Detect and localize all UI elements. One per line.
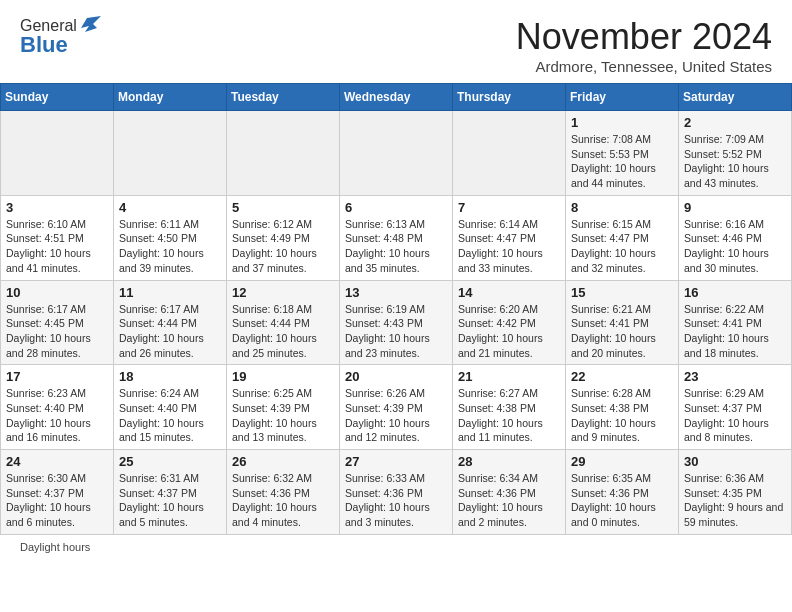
calendar-week-1: 1Sunrise: 7:08 AM Sunset: 5:53 PM Daylig… bbox=[1, 111, 792, 196]
day-number: 24 bbox=[6, 454, 108, 469]
day-info: Sunrise: 6:23 AM Sunset: 4:40 PM Dayligh… bbox=[6, 386, 108, 445]
day-info: Sunrise: 6:32 AM Sunset: 4:36 PM Dayligh… bbox=[232, 471, 334, 530]
calendar-week-4: 17Sunrise: 6:23 AM Sunset: 4:40 PM Dayli… bbox=[1, 365, 792, 450]
day-number: 9 bbox=[684, 200, 786, 215]
calendar-cell bbox=[114, 111, 227, 196]
day-number: 26 bbox=[232, 454, 334, 469]
day-number: 4 bbox=[119, 200, 221, 215]
logo: General Blue bbox=[20, 16, 101, 58]
calendar-cell: 10Sunrise: 6:17 AM Sunset: 4:45 PM Dayli… bbox=[1, 280, 114, 365]
day-info: Sunrise: 6:29 AM Sunset: 4:37 PM Dayligh… bbox=[684, 386, 786, 445]
day-info: Sunrise: 6:11 AM Sunset: 4:50 PM Dayligh… bbox=[119, 217, 221, 276]
calendar-cell: 4Sunrise: 6:11 AM Sunset: 4:50 PM Daylig… bbox=[114, 195, 227, 280]
day-number: 19 bbox=[232, 369, 334, 384]
calendar-week-2: 3Sunrise: 6:10 AM Sunset: 4:51 PM Daylig… bbox=[1, 195, 792, 280]
day-info: Sunrise: 6:25 AM Sunset: 4:39 PM Dayligh… bbox=[232, 386, 334, 445]
day-info: Sunrise: 6:12 AM Sunset: 4:49 PM Dayligh… bbox=[232, 217, 334, 276]
calendar-cell: 27Sunrise: 6:33 AM Sunset: 4:36 PM Dayli… bbox=[340, 450, 453, 535]
day-number: 17 bbox=[6, 369, 108, 384]
calendar-week-5: 24Sunrise: 6:30 AM Sunset: 4:37 PM Dayli… bbox=[1, 450, 792, 535]
day-info: Sunrise: 6:10 AM Sunset: 4:51 PM Dayligh… bbox=[6, 217, 108, 276]
calendar-cell bbox=[227, 111, 340, 196]
day-number: 15 bbox=[571, 285, 673, 300]
day-info: Sunrise: 6:31 AM Sunset: 4:37 PM Dayligh… bbox=[119, 471, 221, 530]
calendar-cell bbox=[453, 111, 566, 196]
location-text: Ardmore, Tennessee, United States bbox=[516, 58, 772, 75]
page-header: General Blue November 2024 Ardmore, Tenn… bbox=[0, 0, 792, 83]
day-info: Sunrise: 6:28 AM Sunset: 4:38 PM Dayligh… bbox=[571, 386, 673, 445]
calendar-cell: 28Sunrise: 6:34 AM Sunset: 4:36 PM Dayli… bbox=[453, 450, 566, 535]
calendar-cell: 15Sunrise: 6:21 AM Sunset: 4:41 PM Dayli… bbox=[566, 280, 679, 365]
day-number: 8 bbox=[571, 200, 673, 215]
logo-blue-text: Blue bbox=[20, 32, 68, 58]
day-info: Sunrise: 6:34 AM Sunset: 4:36 PM Dayligh… bbox=[458, 471, 560, 530]
day-number: 11 bbox=[119, 285, 221, 300]
col-header-sunday: Sunday bbox=[1, 84, 114, 111]
calendar-cell: 19Sunrise: 6:25 AM Sunset: 4:39 PM Dayli… bbox=[227, 365, 340, 450]
calendar-legend: Daylight hours bbox=[0, 535, 792, 561]
day-info: Sunrise: 6:35 AM Sunset: 4:36 PM Dayligh… bbox=[571, 471, 673, 530]
calendar-cell: 29Sunrise: 6:35 AM Sunset: 4:36 PM Dayli… bbox=[566, 450, 679, 535]
day-number: 25 bbox=[119, 454, 221, 469]
calendar-cell: 16Sunrise: 6:22 AM Sunset: 4:41 PM Dayli… bbox=[679, 280, 792, 365]
calendar-cell: 18Sunrise: 6:24 AM Sunset: 4:40 PM Dayli… bbox=[114, 365, 227, 450]
month-title: November 2024 bbox=[516, 16, 772, 58]
day-info: Sunrise: 6:33 AM Sunset: 4:36 PM Dayligh… bbox=[345, 471, 447, 530]
day-info: Sunrise: 6:20 AM Sunset: 4:42 PM Dayligh… bbox=[458, 302, 560, 361]
day-number: 28 bbox=[458, 454, 560, 469]
calendar-cell: 30Sunrise: 6:36 AM Sunset: 4:35 PM Dayli… bbox=[679, 450, 792, 535]
svg-marker-0 bbox=[81, 16, 101, 32]
calendar-cell: 25Sunrise: 6:31 AM Sunset: 4:37 PM Dayli… bbox=[114, 450, 227, 535]
day-info: Sunrise: 6:36 AM Sunset: 4:35 PM Dayligh… bbox=[684, 471, 786, 530]
day-number: 21 bbox=[458, 369, 560, 384]
day-info: Sunrise: 6:13 AM Sunset: 4:48 PM Dayligh… bbox=[345, 217, 447, 276]
calendar-cell: 17Sunrise: 6:23 AM Sunset: 4:40 PM Dayli… bbox=[1, 365, 114, 450]
calendar-cell: 7Sunrise: 6:14 AM Sunset: 4:47 PM Daylig… bbox=[453, 195, 566, 280]
day-number: 1 bbox=[571, 115, 673, 130]
logo-bird-icon bbox=[79, 14, 101, 36]
day-info: Sunrise: 6:19 AM Sunset: 4:43 PM Dayligh… bbox=[345, 302, 447, 361]
calendar-cell: 20Sunrise: 6:26 AM Sunset: 4:39 PM Dayli… bbox=[340, 365, 453, 450]
day-info: Sunrise: 6:17 AM Sunset: 4:44 PM Dayligh… bbox=[119, 302, 221, 361]
title-area: November 2024 Ardmore, Tennessee, United… bbox=[516, 16, 772, 75]
calendar-cell: 11Sunrise: 6:17 AM Sunset: 4:44 PM Dayli… bbox=[114, 280, 227, 365]
day-number: 7 bbox=[458, 200, 560, 215]
col-header-thursday: Thursday bbox=[453, 84, 566, 111]
day-info: Sunrise: 6:17 AM Sunset: 4:45 PM Dayligh… bbox=[6, 302, 108, 361]
calendar-cell: 9Sunrise: 6:16 AM Sunset: 4:46 PM Daylig… bbox=[679, 195, 792, 280]
day-info: Sunrise: 6:26 AM Sunset: 4:39 PM Dayligh… bbox=[345, 386, 447, 445]
col-header-wednesday: Wednesday bbox=[340, 84, 453, 111]
day-info: Sunrise: 6:22 AM Sunset: 4:41 PM Dayligh… bbox=[684, 302, 786, 361]
day-number: 6 bbox=[345, 200, 447, 215]
day-number: 5 bbox=[232, 200, 334, 215]
calendar-cell: 6Sunrise: 6:13 AM Sunset: 4:48 PM Daylig… bbox=[340, 195, 453, 280]
day-number: 14 bbox=[458, 285, 560, 300]
day-number: 30 bbox=[684, 454, 786, 469]
daylight-hours-label: Daylight hours bbox=[20, 541, 90, 553]
day-info: Sunrise: 6:18 AM Sunset: 4:44 PM Dayligh… bbox=[232, 302, 334, 361]
calendar-cell: 3Sunrise: 6:10 AM Sunset: 4:51 PM Daylig… bbox=[1, 195, 114, 280]
day-number: 27 bbox=[345, 454, 447, 469]
calendar-cell: 1Sunrise: 7:08 AM Sunset: 5:53 PM Daylig… bbox=[566, 111, 679, 196]
calendar-cell: 26Sunrise: 6:32 AM Sunset: 4:36 PM Dayli… bbox=[227, 450, 340, 535]
day-info: Sunrise: 6:21 AM Sunset: 4:41 PM Dayligh… bbox=[571, 302, 673, 361]
day-number: 29 bbox=[571, 454, 673, 469]
calendar-table: SundayMondayTuesdayWednesdayThursdayFrid… bbox=[0, 83, 792, 535]
calendar-cell: 14Sunrise: 6:20 AM Sunset: 4:42 PM Dayli… bbox=[453, 280, 566, 365]
header-row: SundayMondayTuesdayWednesdayThursdayFrid… bbox=[1, 84, 792, 111]
col-header-tuesday: Tuesday bbox=[227, 84, 340, 111]
day-number: 22 bbox=[571, 369, 673, 384]
day-number: 18 bbox=[119, 369, 221, 384]
calendar-cell: 21Sunrise: 6:27 AM Sunset: 4:38 PM Dayli… bbox=[453, 365, 566, 450]
calendar-cell: 2Sunrise: 7:09 AM Sunset: 5:52 PM Daylig… bbox=[679, 111, 792, 196]
day-number: 23 bbox=[684, 369, 786, 384]
col-header-monday: Monday bbox=[114, 84, 227, 111]
calendar-cell bbox=[1, 111, 114, 196]
day-info: Sunrise: 6:24 AM Sunset: 4:40 PM Dayligh… bbox=[119, 386, 221, 445]
day-number: 13 bbox=[345, 285, 447, 300]
calendar-cell: 24Sunrise: 6:30 AM Sunset: 4:37 PM Dayli… bbox=[1, 450, 114, 535]
day-info: Sunrise: 7:09 AM Sunset: 5:52 PM Dayligh… bbox=[684, 132, 786, 191]
day-number: 3 bbox=[6, 200, 108, 215]
calendar-cell: 13Sunrise: 6:19 AM Sunset: 4:43 PM Dayli… bbox=[340, 280, 453, 365]
day-info: Sunrise: 7:08 AM Sunset: 5:53 PM Dayligh… bbox=[571, 132, 673, 191]
